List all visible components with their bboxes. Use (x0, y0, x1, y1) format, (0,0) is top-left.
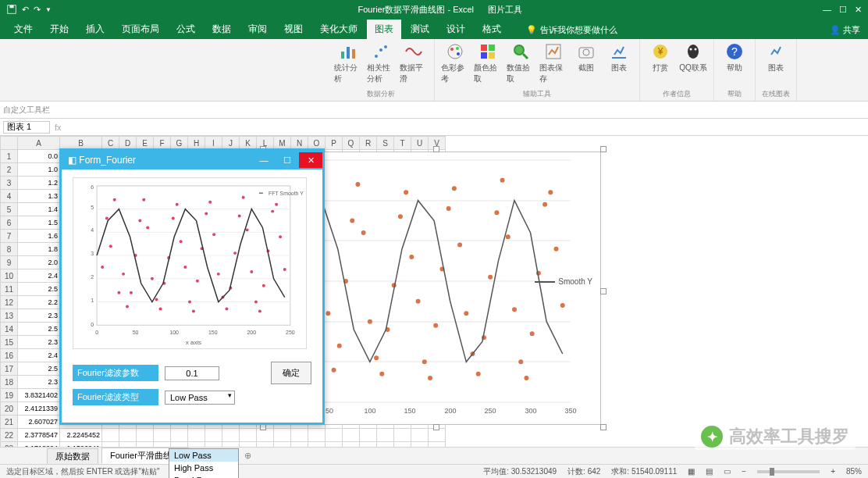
chart-save-button[interactable]: 图表保存 (539, 42, 567, 87)
row-header[interactable]: 4 (1, 190, 18, 203)
tab-chart[interactable]: 图表 (367, 20, 401, 39)
help-button[interactable]: ?帮助 (720, 42, 749, 87)
col-header[interactable]: G (171, 137, 188, 150)
maximize-icon[interactable]: ☐ (839, 5, 847, 15)
cell[interactable] (291, 429, 308, 442)
cell[interactable] (205, 429, 222, 442)
col-header[interactable]: M (274, 137, 291, 150)
row-header[interactable]: 10 (1, 269, 18, 283)
col-header[interactable]: O (308, 137, 326, 150)
cell[interactable]: 2.5 (18, 323, 60, 336)
row-header[interactable]: 8 (1, 243, 18, 256)
row-header[interactable]: 7 (1, 230, 18, 243)
col-header[interactable]: L (257, 137, 274, 150)
qq-button[interactable]: QQ联系 (679, 42, 707, 87)
option-high-pass[interactable]: High Pass (169, 462, 238, 474)
minimize-icon[interactable]: — (823, 5, 831, 15)
cell[interactable] (240, 429, 257, 442)
col-header[interactable]: S (377, 137, 394, 150)
cell[interactable]: 2.3 (18, 309, 60, 323)
option-low-pass[interactable]: Low Pass (169, 449, 238, 462)
name-box[interactable] (3, 121, 50, 134)
col-header[interactable]: P (326, 137, 343, 150)
cell[interactable] (377, 429, 394, 442)
sheet-tab-raw[interactable]: 原始数据 (47, 448, 98, 464)
row-header[interactable]: 20 (1, 402, 18, 416)
filter-type-select[interactable] (165, 391, 235, 405)
col-header[interactable]: N (291, 137, 308, 150)
dialog-minimize-icon[interactable]: — (252, 152, 276, 168)
filter-type-dropdown[interactable]: Low Pass High Pass Band Pass Band Block (169, 448, 239, 478)
share-button[interactable]: 👤 共享 (822, 21, 868, 39)
tab-design[interactable]: 设计 (439, 20, 473, 39)
cell[interactable]: 1.6 (18, 230, 60, 243)
col-header[interactable]: I (205, 137, 222, 150)
col-header[interactable]: C (102, 137, 119, 150)
col-header[interactable]: F (154, 137, 171, 150)
row-header[interactable]: 9 (1, 256, 18, 269)
tell-me-search[interactable]: 💡 告诉我你想要做什么 (520, 21, 624, 39)
row-header[interactable]: 1 (1, 150, 18, 163)
row-header[interactable]: 17 (1, 362, 18, 376)
correlation-button[interactable]: 相关性分析 (367, 42, 395, 87)
cell[interactable] (171, 429, 188, 442)
col-header[interactable] (1, 137, 18, 150)
smooth-button[interactable]: 数据平滑 (400, 42, 428, 87)
cell[interactable]: 2.607027 (18, 416, 60, 429)
tab-data[interactable]: 数据 (205, 20, 239, 39)
col-header[interactable]: H (188, 137, 205, 150)
col-header[interactable]: V (429, 137, 446, 150)
tab-file[interactable]: 文件 (6, 20, 41, 39)
row-header[interactable]: 11 (1, 283, 18, 296)
redo-icon[interactable]: ↷ (34, 5, 41, 15)
cell[interactable]: 2.5 (18, 283, 60, 296)
cell[interactable]: 3.8321402 (18, 389, 60, 402)
row-header[interactable]: 13 (1, 309, 18, 323)
fourier-dialog[interactable]: ◧ Form_Fourier — ☐ ✕ ━ FFT Smooth Y 0123… (59, 148, 325, 425)
cell[interactable]: 1.2 (18, 177, 60, 190)
col-header[interactable]: Q (343, 137, 360, 150)
col-header[interactable]: K (240, 137, 257, 150)
tab-beautify[interactable]: 美化大师 (312, 20, 365, 39)
cell[interactable]: 2.0 (18, 256, 60, 269)
cell[interactable]: 1.3 (18, 190, 60, 203)
row-header[interactable]: 3 (1, 177, 18, 190)
row-header[interactable]: 16 (1, 349, 18, 362)
col-header[interactable]: D (119, 137, 137, 150)
row-header[interactable]: 12 (1, 296, 18, 309)
cell[interactable] (326, 429, 343, 442)
cell[interactable] (222, 429, 240, 442)
cell[interactable]: 2.3778547 (18, 429, 60, 442)
row-header[interactable]: 14 (1, 323, 18, 336)
row-header[interactable]: 18 (1, 376, 18, 389)
fx-icon[interactable]: fx (55, 123, 62, 132)
cell[interactable] (188, 429, 205, 442)
col-header[interactable]: B (60, 137, 102, 150)
cell[interactable]: 2.4 (18, 349, 60, 362)
value-pick-button[interactable]: 数值拾取 (507, 42, 535, 87)
col-header[interactable]: A (18, 137, 60, 150)
qat-dropdown-icon[interactable]: ▼ (45, 6, 52, 13)
chart-button[interactable]: 图表 (605, 42, 633, 87)
param-input[interactable] (165, 366, 219, 380)
stat-analysis-button[interactable]: 统计分析 (334, 42, 362, 87)
zoom-level[interactable]: 85% (846, 467, 862, 476)
close-icon[interactable]: ✕ (855, 5, 862, 15)
chevron-down-icon[interactable]: ▾ (228, 391, 232, 399)
cell[interactable] (119, 429, 137, 442)
tab-layout[interactable]: 页面布局 (114, 20, 167, 39)
row-header[interactable]: 22 (1, 429, 18, 442)
cell[interactable] (343, 429, 360, 442)
option-band-pass[interactable]: Band Pass (169, 474, 238, 478)
cell[interactable]: 2.4 (18, 269, 60, 283)
view-normal-icon[interactable]: ▦ (688, 467, 695, 476)
color-pick-button[interactable]: 颜色拾取 (474, 42, 502, 87)
tab-review[interactable]: 审阅 (240, 20, 275, 39)
cell[interactable] (257, 429, 274, 442)
cell[interactable]: 2.2 (18, 296, 60, 309)
cell[interactable] (394, 429, 411, 442)
cell[interactable]: 2.5 (18, 362, 60, 376)
tab-test[interactable]: 测试 (403, 20, 437, 39)
zoom-slider[interactable] (757, 470, 820, 473)
cell[interactable]: 2.2245452 (60, 429, 102, 442)
